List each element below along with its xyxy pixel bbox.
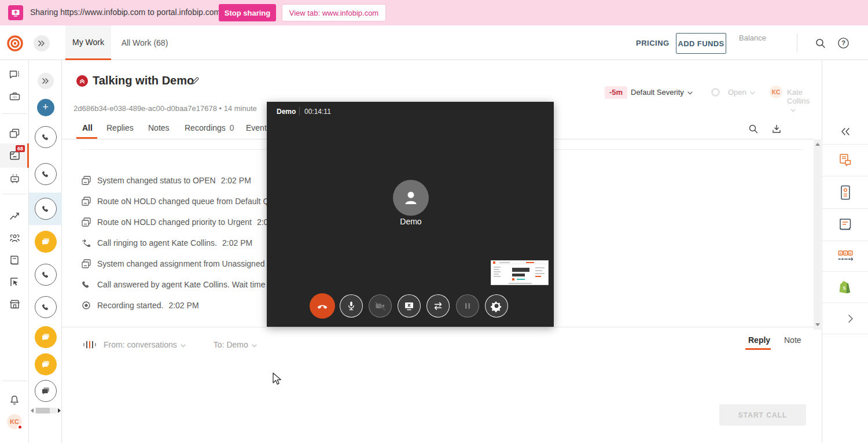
sidebar-item-analytics[interactable] bbox=[0, 204, 29, 227]
panel-item-contact-card[interactable] bbox=[822, 176, 868, 209]
event-row: Call answered by agent Kate Collins. Wai… bbox=[81, 279, 283, 290]
notifications-bell[interactable] bbox=[0, 389, 29, 412]
scroll-up-arrow[interactable] bbox=[815, 143, 820, 146]
sidebar-item-exports[interactable] bbox=[0, 271, 29, 294]
assignee-dropdown[interactable]: Kate Collins bbox=[787, 88, 814, 114]
download-icon[interactable] bbox=[771, 124, 782, 134]
people-icon bbox=[9, 232, 21, 244]
call-item-1[interactable] bbox=[29, 126, 62, 148]
timeline-scrollbar[interactable] bbox=[814, 139, 821, 330]
panel-item-conversation-summary[interactable] bbox=[822, 145, 868, 176]
tab-my-work[interactable]: My Work bbox=[65, 25, 111, 60]
sidebar-item-knowledge-base[interactable] bbox=[0, 249, 29, 272]
status-open-icon bbox=[711, 88, 720, 97]
next-panel-page-button[interactable] bbox=[822, 303, 868, 334]
event-text: System changed status to OPEN bbox=[97, 176, 216, 185]
svg-text:?: ? bbox=[841, 39, 845, 46]
sidebar-item-people[interactable] bbox=[0, 227, 29, 250]
reply-tab-underline bbox=[745, 348, 771, 350]
phone-icon bbox=[41, 204, 50, 213]
scroll-thumb[interactable] bbox=[36, 408, 50, 414]
expand-context-panel-button[interactable] bbox=[822, 119, 868, 145]
pricing-link[interactable]: PRICING bbox=[636, 39, 670, 47]
scroll-left-arrow[interactable] bbox=[31, 408, 34, 413]
event-text: Call ringing to agent Kate Collins. bbox=[97, 238, 217, 248]
tab-all-work[interactable]: All Work (68) bbox=[116, 25, 174, 60]
mute-microphone-button[interactable] bbox=[340, 294, 363, 318]
stop-sharing-button[interactable]: Stop sharing bbox=[219, 4, 276, 21]
rail-horizontal-scrollbar[interactable] bbox=[31, 407, 61, 414]
tab-recordings[interactable]: Recordings0 bbox=[185, 123, 234, 132]
panel-item-shopify[interactable]: S bbox=[822, 272, 868, 303]
severity-dropdown[interactable]: Default Severity bbox=[631, 88, 693, 97]
chat-item-3[interactable] bbox=[29, 353, 62, 375]
screen-share-button[interactable] bbox=[398, 294, 421, 318]
sidebar-item-marketplace[interactable] bbox=[0, 293, 29, 316]
call-item-3[interactable] bbox=[29, 264, 62, 286]
call-answered-icon bbox=[81, 279, 91, 290]
edit-title-icon[interactable] bbox=[190, 76, 200, 86]
tab-replies[interactable]: Replies bbox=[106, 123, 134, 132]
hang-up-button[interactable] bbox=[310, 293, 335, 319]
camera-button[interactable] bbox=[369, 294, 392, 318]
status-dropdown[interactable]: Open bbox=[728, 88, 755, 97]
book-icon bbox=[9, 254, 20, 266]
call-remote-name: Demo bbox=[277, 108, 296, 116]
mouse-cursor bbox=[272, 372, 284, 386]
tab-notes[interactable]: Notes bbox=[148, 123, 170, 132]
to-dropdown[interactable]: To: Demo bbox=[214, 340, 257, 349]
event-time: 2:02 PM bbox=[168, 301, 198, 310]
transfer-call-button[interactable] bbox=[426, 294, 450, 318]
active-tab-underline bbox=[76, 137, 97, 139]
chat-item-1[interactable] bbox=[29, 231, 62, 253]
search-in-conversation-icon[interactable] bbox=[748, 124, 759, 134]
call-settings-button[interactable] bbox=[485, 294, 508, 318]
event-text: System changed assignment from Unassigne… bbox=[97, 259, 274, 268]
event-text: Call answered by agent Kate Collins. Wai… bbox=[97, 280, 278, 289]
sidebar-item-chats[interactable] bbox=[0, 63, 29, 86]
plus-icon: + bbox=[37, 99, 54, 116]
tab-reply[interactable]: Reply bbox=[748, 335, 770, 345]
collapse-menu-button[interactable] bbox=[34, 35, 50, 51]
call-timer: 00:14:11 bbox=[304, 108, 331, 116]
user-status-dot bbox=[17, 424, 23, 430]
sidebar-item-conversations[interactable] bbox=[0, 122, 29, 145]
phone-icon bbox=[41, 132, 50, 142]
context-panel: S bbox=[822, 60, 868, 443]
help-icon[interactable]: ? bbox=[837, 37, 849, 49]
conversations-icon bbox=[9, 128, 20, 139]
sidebar-item-chatbot[interactable] bbox=[0, 167, 29, 190]
assignee-avatar: KC bbox=[770, 86, 782, 98]
expand-rail-button[interactable] bbox=[29, 73, 62, 89]
hold-call-button[interactable] bbox=[456, 294, 479, 318]
new-conversation-button[interactable]: + bbox=[29, 99, 62, 116]
start-call-button[interactable]: START CALL bbox=[719, 404, 806, 426]
event-row: System changed status to OPEN 2:02 PM bbox=[81, 175, 251, 186]
scroll-down-arrow[interactable] bbox=[815, 323, 820, 326]
scroll-track[interactable] bbox=[35, 408, 57, 414]
chat-item-2[interactable] bbox=[29, 326, 62, 348]
screen-share-preview[interactable] bbox=[491, 260, 549, 285]
system-event-icon bbox=[81, 175, 91, 186]
call-item-active[interactable] bbox=[29, 198, 62, 220]
tab-all[interactable]: All bbox=[82, 123, 93, 132]
chat-item-closed[interactable] bbox=[29, 380, 62, 402]
add-funds-button[interactable]: ADD FUNDS bbox=[676, 33, 726, 54]
chevron-down-icon bbox=[181, 344, 186, 348]
call-ringing-icon bbox=[81, 238, 91, 248]
view-tab-button[interactable]: View tab: www.infobip.com bbox=[282, 4, 386, 21]
call-item-2[interactable] bbox=[29, 163, 62, 185]
composer-routing: From: conversations To: Demo bbox=[83, 339, 257, 350]
from-dropdown[interactable]: From: conversations bbox=[104, 340, 186, 349]
hang-up-icon bbox=[315, 299, 329, 313]
infobip-logo[interactable] bbox=[7, 35, 23, 51]
call-item-4[interactable] bbox=[29, 296, 62, 318]
analytics-icon bbox=[9, 210, 20, 221]
search-icon[interactable] bbox=[815, 38, 826, 49]
sidebar-item-dev-tools[interactable]: </> bbox=[0, 85, 29, 108]
scroll-right-arrow[interactable] bbox=[58, 408, 61, 413]
panel-item-customer-journey[interactable] bbox=[822, 241, 868, 272]
tab-note[interactable]: Note bbox=[784, 335, 801, 345]
panel-item-notes[interactable] bbox=[822, 209, 868, 241]
notebook-icon bbox=[837, 217, 854, 232]
